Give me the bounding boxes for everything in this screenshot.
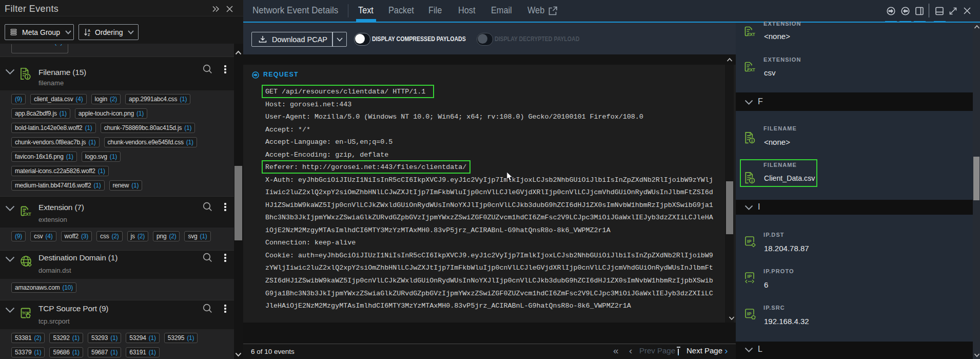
svg-text:EXT: EXT: [747, 67, 755, 72]
svg-text:EXT: EXT: [747, 32, 755, 37]
svg-text:A: A: [88, 28, 90, 32]
svg-text:IP: IP: [747, 311, 752, 316]
svg-text:IP: IP: [748, 274, 752, 279]
svg-text:Z: Z: [88, 33, 90, 36]
svg-text:IP: IP: [747, 239, 752, 244]
svg-text:EXT: EXT: [23, 212, 31, 217]
